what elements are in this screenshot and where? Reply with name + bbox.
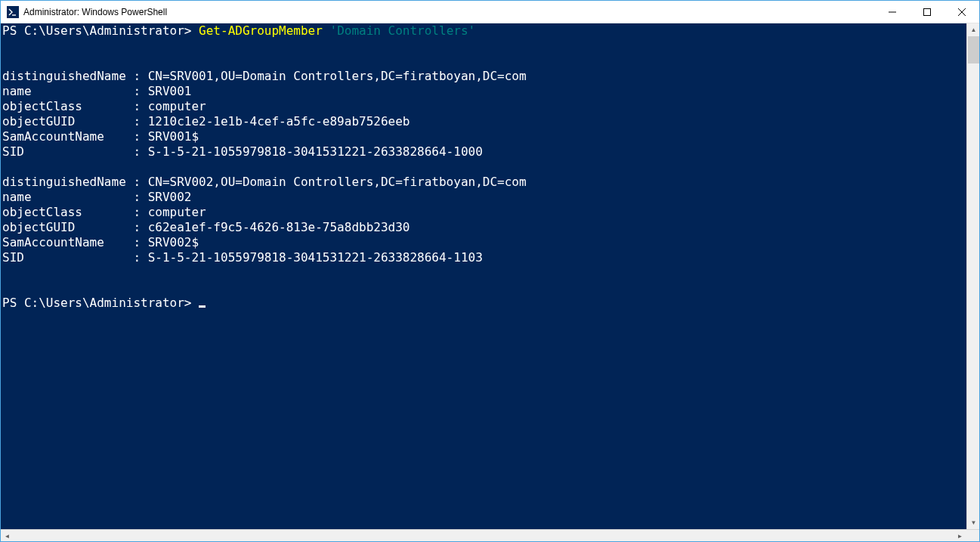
cursor bbox=[199, 305, 206, 308]
field-label: SamAccountName bbox=[2, 129, 104, 144]
horizontal-scrollbar[interactable]: ◄ ► bbox=[1, 529, 979, 542]
minimize-button[interactable] bbox=[875, 1, 910, 23]
field-label: SamAccountName bbox=[2, 235, 104, 249]
field-label: objectClass bbox=[2, 99, 82, 113]
field-value: SRV002$ bbox=[148, 235, 199, 249]
terminal-output[interactable]: PS C:\Users\Administrator> Get-ADGroupMe… bbox=[1, 23, 966, 529]
close-button[interactable] bbox=[944, 1, 979, 23]
field-value: CN=SRV001,OU=Domain Controllers,DC=firat… bbox=[148, 69, 527, 83]
field-label: distinguishedName bbox=[2, 69, 126, 83]
field-value: computer bbox=[148, 99, 206, 113]
field-value: SRV001$ bbox=[148, 129, 199, 144]
scroll-left-button[interactable]: ◄ bbox=[1, 530, 14, 543]
field-value: SRV002 bbox=[148, 190, 192, 204]
hscroll-track[interactable] bbox=[14, 530, 954, 542]
scrollbar-corner bbox=[966, 530, 979, 543]
field-value: 1210c1e2-1e1b-4cef-a5fc-e89ab7526eeb bbox=[148, 114, 410, 129]
cmdlet-name: Get-ADGroupMember bbox=[199, 23, 323, 38]
field-label: SID bbox=[2, 144, 24, 159]
field-label: SID bbox=[2, 250, 24, 265]
field-label: name bbox=[2, 190, 32, 204]
field-value: S-1-5-21-1055979818-3041531221-263382866… bbox=[148, 250, 483, 265]
field-value: c62ea1ef-f9c5-4626-813e-75a8dbb23d30 bbox=[148, 220, 410, 234]
prompt-path: PS C:\Users\Administrator> bbox=[2, 23, 199, 38]
field-label: objectGUID bbox=[2, 114, 75, 129]
scroll-right-button[interactable]: ► bbox=[954, 530, 966, 543]
cmdlet-argument: 'Domain Controllers' bbox=[330, 23, 476, 38]
scroll-down-button[interactable]: ▼ bbox=[967, 516, 980, 529]
prompt-path: PS C:\Users\Administrator> bbox=[2, 296, 199, 310]
field-label: distinguishedName bbox=[2, 175, 126, 189]
field-value: CN=SRV002,OU=Domain Controllers,DC=firat… bbox=[148, 175, 527, 189]
svg-rect-3 bbox=[924, 8, 931, 15]
titlebar[interactable]: Administrator: Windows PowerShell bbox=[1, 1, 979, 23]
field-label: name bbox=[2, 84, 32, 98]
scroll-up-button[interactable]: ▲ bbox=[967, 23, 980, 36]
console-area: PS C:\Users\Administrator> Get-ADGroupMe… bbox=[1, 23, 979, 529]
field-label: objectGUID bbox=[2, 220, 75, 234]
window-controls bbox=[875, 1, 979, 23]
field-label: objectClass bbox=[2, 205, 82, 219]
field-value: S-1-5-21-1055979818-3041531221-263382866… bbox=[148, 144, 483, 159]
maximize-button[interactable] bbox=[910, 1, 944, 23]
field-value: SRV001 bbox=[148, 84, 192, 98]
powershell-icon bbox=[7, 6, 19, 18]
vertical-scrollbar[interactable]: ▲ ▼ bbox=[966, 23, 979, 529]
field-value: computer bbox=[148, 205, 206, 219]
scroll-thumb[interactable] bbox=[968, 36, 979, 63]
svg-rect-0 bbox=[7, 6, 19, 18]
window-title: Administrator: Windows PowerShell bbox=[23, 7, 875, 17]
